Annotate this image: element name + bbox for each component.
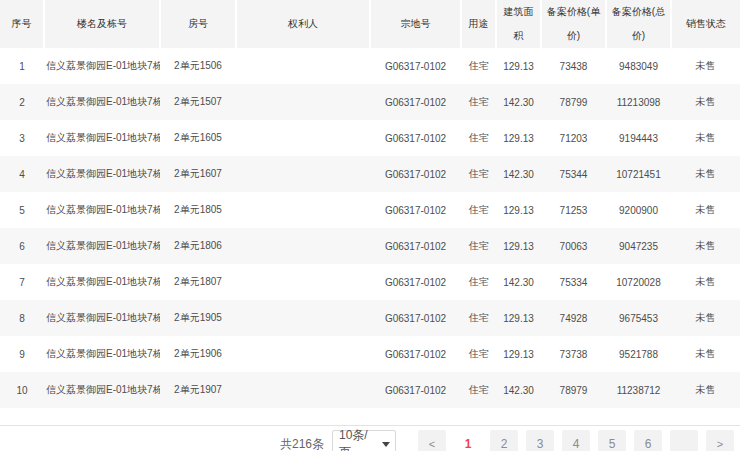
table-cell: 住宅 — [461, 120, 496, 156]
table-cell: G06317-0102 — [370, 300, 461, 336]
table-cell: 住宅 — [461, 48, 496, 84]
table-cell: G06317-0102 — [370, 336, 461, 372]
page-size-value: 10条/页 — [339, 427, 379, 451]
table-cell: 8 — [0, 300, 44, 336]
table-cell: 78979 — [541, 372, 606, 408]
table-cell: 未售 — [671, 48, 740, 84]
table-cell: 129.13 — [496, 120, 541, 156]
table-cell: 2 — [0, 84, 44, 120]
table-row: 6信义荔景御园E-01地块7栋2单元1806G06317-0102住宅129.1… — [0, 228, 740, 264]
price-table: 序号 楼名及栋号 房号 权利人 宗地号 用途 建筑面积 备案价格(单价) 备案价… — [0, 0, 740, 408]
col-header-room: 房号 — [160, 0, 236, 48]
table-cell: 住宅 — [461, 300, 496, 336]
table-cell: G06317-0102 — [370, 192, 461, 228]
prev-page-button[interactable]: < — [418, 430, 446, 451]
table-cell: G06317-0102 — [370, 48, 461, 84]
table-row: 8信义荔景御园E-01地块7栋2单元1905G06317-0102住宅129.1… — [0, 300, 740, 336]
page-ellipsis-button[interactable]: … — [670, 430, 698, 451]
table-cell: 信义荔景御园E-01地块7栋 — [44, 156, 160, 192]
pager: < 123456…> — [410, 430, 734, 451]
table-cell: 10721451 — [606, 156, 671, 192]
col-header-area: 建筑面积 — [496, 0, 541, 48]
col-header-unit-price: 备案价格(单价) — [541, 0, 606, 48]
table-cell: G06317-0102 — [370, 156, 461, 192]
table-cell: 75344 — [541, 156, 606, 192]
table-cell: 9047235 — [606, 228, 671, 264]
table-cell: 未售 — [671, 300, 740, 336]
table-row: 3信义荔景御园E-01地块7栋2单元1605G06317-0102住宅129.1… — [0, 120, 740, 156]
table-cell: 11238712 — [606, 372, 671, 408]
page-number-button[interactable]: 4 — [562, 430, 590, 451]
table-cell: 1 — [0, 48, 44, 84]
table-cell: G06317-0102 — [370, 120, 461, 156]
table-cell: 11213098 — [606, 84, 671, 120]
table-cell: 71203 — [541, 120, 606, 156]
table-cell: 71253 — [541, 192, 606, 228]
table-cell: 住宅 — [461, 372, 496, 408]
table-cell: 未售 — [671, 84, 740, 120]
table-cell: 2单元1905 — [160, 300, 236, 336]
table-cell: 未售 — [671, 120, 740, 156]
chevron-down-icon — [382, 442, 390, 447]
table-cell: 信义荔景御园E-01地块7栋 — [44, 228, 160, 264]
col-header-total-price: 备案价格(总价) — [606, 0, 671, 48]
table-cell: 73738 — [541, 336, 606, 372]
table-cell: 142.30 — [496, 372, 541, 408]
col-header-owner: 权利人 — [236, 0, 370, 48]
table-cell: 142.30 — [496, 264, 541, 300]
table-cell: 70063 — [541, 228, 606, 264]
table-cell: 住宅 — [461, 192, 496, 228]
table-cell: 住宅 — [461, 264, 496, 300]
table-cell: 2单元1907 — [160, 372, 236, 408]
table-cell: 2单元1507 — [160, 84, 236, 120]
next-page-button[interactable]: > — [706, 430, 734, 451]
table-row: 4信义荔景御园E-01地块7栋2单元1607G06317-0102住宅142.3… — [0, 156, 740, 192]
table-cell — [236, 48, 370, 84]
table-cell — [236, 372, 370, 408]
table-row: 2信义荔景御园E-01地块7栋2单元1507G06317-0102住宅142.3… — [0, 84, 740, 120]
table-cell: 未售 — [671, 372, 740, 408]
table-cell: 9483049 — [606, 48, 671, 84]
page-number-button[interactable]: 2 — [490, 430, 518, 451]
table-cell: 信义荔景御园E-01地块7栋 — [44, 300, 160, 336]
table-cell: 129.13 — [496, 192, 541, 228]
table-header-row: 序号 楼名及栋号 房号 权利人 宗地号 用途 建筑面积 备案价格(单价) 备案价… — [0, 0, 740, 48]
table-cell: 129.13 — [496, 300, 541, 336]
table-cell — [236, 300, 370, 336]
table-cell: 9675453 — [606, 300, 671, 336]
table-cell: 2单元1906 — [160, 336, 236, 372]
page-number-button[interactable]: 3 — [526, 430, 554, 451]
table-cell: 住宅 — [461, 84, 496, 120]
table-cell: 信义荔景御园E-01地块7栋 — [44, 48, 160, 84]
page-number-button[interactable]: 1 — [454, 430, 482, 451]
table-cell: 5 — [0, 192, 44, 228]
table-cell: 未售 — [671, 264, 740, 300]
page-number-button[interactable]: 6 — [634, 430, 662, 451]
col-header-usage: 用途 — [461, 0, 496, 48]
col-header-parcel: 宗地号 — [370, 0, 461, 48]
table-row: 9信义荔景御园E-01地块7栋2单元1906G06317-0102住宅129.1… — [0, 336, 740, 372]
total-count-label: 共216条 — [280, 430, 324, 451]
table-cell: 9 — [0, 336, 44, 372]
table-cell: 2单元1805 — [160, 192, 236, 228]
table-cell: 10 — [0, 372, 44, 408]
table-cell — [236, 156, 370, 192]
col-header-building: 楼名及栋号 — [44, 0, 160, 48]
table-cell: 信义荔景御园E-01地块7栋 — [44, 264, 160, 300]
table-cell: 78799 — [541, 84, 606, 120]
table-cell — [236, 192, 370, 228]
table-cell: 2单元1506 — [160, 48, 236, 84]
pagination-bar: 共216条 10条/页 < 123456…> — [0, 425, 740, 451]
page-size-select[interactable]: 10条/页 — [332, 430, 396, 451]
table-cell: 9200900 — [606, 192, 671, 228]
table-cell: 129.13 — [496, 48, 541, 84]
table-cell: 信义荔景御园E-01地块7栋 — [44, 192, 160, 228]
table-cell: 75334 — [541, 264, 606, 300]
table-cell: 住宅 — [461, 228, 496, 264]
table-cell: 129.13 — [496, 336, 541, 372]
page-number-button[interactable]: 5 — [598, 430, 626, 451]
table-cell: 3 — [0, 120, 44, 156]
table-cell: 2单元1607 — [160, 156, 236, 192]
table-cell: 9194443 — [606, 120, 671, 156]
table-cell: 4 — [0, 156, 44, 192]
